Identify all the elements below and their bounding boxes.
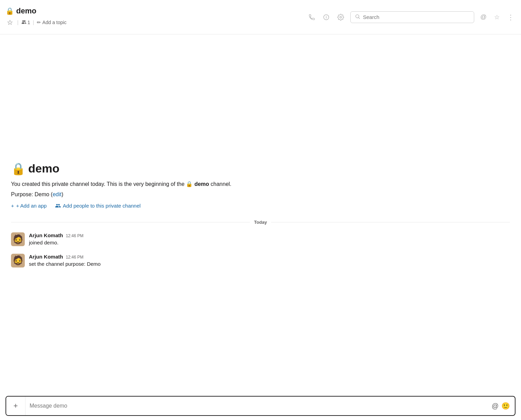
avatar: 🧔 bbox=[11, 254, 25, 267]
channel-actions: + + Add an app Add people to this privat… bbox=[11, 203, 510, 209]
purpose-close: ) bbox=[62, 191, 63, 197]
plus-icon: + bbox=[11, 203, 14, 209]
emoji-icon: 🙂 bbox=[501, 402, 510, 410]
message-header: Arjun Komath 12:46 PM bbox=[29, 254, 100, 260]
lock-inline: 🔒 bbox=[186, 181, 193, 187]
svg-point-1 bbox=[340, 16, 341, 18]
header-meta-row: ☆ | 1 | ✏ Add a topic bbox=[6, 17, 307, 28]
add-people-button[interactable]: Add people to this private channel bbox=[55, 203, 141, 209]
info-icon bbox=[323, 14, 330, 21]
search-input[interactable] bbox=[363, 14, 470, 20]
date-label: Today bbox=[254, 220, 267, 225]
more-icon: ⋮ bbox=[507, 13, 514, 21]
lock-icon-intro: 🔒 bbox=[11, 162, 25, 176]
messages-container: 🧔 Arjun Komath 12:46 PM joined demo. 🧔 A… bbox=[0, 230, 521, 273]
emoji-button[interactable]: 🙂 bbox=[501, 402, 510, 410]
favorite-icon: ☆ bbox=[494, 13, 500, 21]
lock-icon: 🔒 bbox=[6, 7, 14, 15]
star-icon: ☆ bbox=[7, 18, 13, 27]
avatar: 🧔 bbox=[11, 232, 25, 246]
main-content: 🔒 demo You created this private channel … bbox=[0, 34, 521, 392]
desc-end: channel. bbox=[211, 181, 232, 187]
add-topic-label: Add a topic bbox=[42, 20, 66, 25]
channel-intro: 🔒 demo You created this private channel … bbox=[0, 154, 521, 214]
message-body: Arjun Komath 12:46 PM set the channel pu… bbox=[29, 254, 100, 268]
divider-line-left bbox=[11, 222, 250, 222]
plus-icon: + bbox=[13, 401, 18, 410]
input-plus-button[interactable]: + bbox=[6, 397, 25, 415]
channel-intro-name: demo bbox=[28, 162, 60, 175]
desc-start: You created this private channel today. … bbox=[11, 181, 184, 187]
add-app-label: + Add an app bbox=[16, 203, 47, 209]
people-icon bbox=[21, 20, 26, 25]
channel-name: demo bbox=[16, 7, 36, 15]
message-body: Arjun Komath 12:46 PM joined demo. bbox=[29, 232, 84, 247]
at-icon: @ bbox=[492, 402, 499, 410]
at-button[interactable]: @ bbox=[479, 12, 488, 22]
bottom-spacer bbox=[0, 273, 521, 392]
message-input-box: + @ 🙂 bbox=[6, 396, 515, 416]
search-icon bbox=[355, 14, 360, 21]
header-right: @ ☆ ⋮ bbox=[307, 11, 515, 23]
add-topic-link[interactable]: ✏ Add a topic bbox=[37, 20, 66, 25]
call-button[interactable] bbox=[307, 12, 317, 22]
settings-button[interactable] bbox=[336, 12, 345, 22]
more-button[interactable]: ⋮ bbox=[506, 12, 515, 23]
at-icon: @ bbox=[480, 13, 487, 21]
message-text: joined demo. bbox=[29, 239, 84, 247]
channel-bold: demo bbox=[194, 181, 209, 187]
header: 🔒 demo ☆ | 1 | ✏ Add a topic bbox=[0, 0, 521, 34]
add-app-button[interactable]: + + Add an app bbox=[11, 203, 47, 209]
add-people-label: Add people to this private channel bbox=[63, 203, 141, 209]
star-button[interactable]: ☆ bbox=[6, 17, 14, 28]
table-row: 🧔 Arjun Komath 12:46 PM set the channel … bbox=[11, 252, 510, 270]
divider2: | bbox=[33, 20, 34, 25]
message-sender: Arjun Komath bbox=[29, 232, 63, 238]
top-spacer bbox=[0, 34, 521, 154]
call-icon bbox=[308, 14, 315, 21]
message-input[interactable] bbox=[25, 397, 487, 415]
message-text: set the channel purpose: Demo bbox=[29, 260, 100, 268]
input-at-button[interactable]: @ bbox=[492, 402, 499, 410]
header-left: 🔒 demo ☆ | 1 | ✏ Add a topic bbox=[6, 7, 307, 28]
info-button[interactable] bbox=[321, 12, 331, 22]
channel-purpose: Purpose: Demo (edit) bbox=[11, 190, 510, 199]
message-header: Arjun Komath 12:46 PM bbox=[29, 232, 84, 238]
divider-line-right bbox=[271, 222, 510, 222]
add-person-icon bbox=[55, 203, 61, 209]
pencil-icon: ✏ bbox=[37, 20, 41, 25]
message-time: 12:46 PM bbox=[66, 233, 83, 238]
purpose-label: Purpose: Demo ( bbox=[11, 191, 53, 197]
favorite-button[interactable]: ☆ bbox=[493, 12, 501, 22]
message-input-area: + @ 🙂 bbox=[0, 392, 521, 420]
channel-intro-desc: You created this private channel today. … bbox=[11, 180, 510, 189]
input-right-icons: @ 🙂 bbox=[487, 402, 515, 410]
message-sender: Arjun Komath bbox=[29, 254, 63, 260]
divider: | bbox=[17, 20, 19, 25]
header-title-row: 🔒 demo bbox=[6, 7, 307, 15]
gear-icon bbox=[337, 14, 344, 21]
message-time: 12:46 PM bbox=[66, 255, 83, 260]
people-count: 1 bbox=[21, 20, 30, 25]
date-divider: Today bbox=[0, 214, 521, 230]
people-count-number: 1 bbox=[28, 20, 30, 25]
table-row: 🧔 Arjun Komath 12:46 PM joined demo. bbox=[11, 230, 510, 249]
channel-intro-title: 🔒 demo bbox=[11, 162, 510, 176]
search-box bbox=[350, 11, 474, 23]
edit-link[interactable]: edit bbox=[53, 191, 62, 197]
